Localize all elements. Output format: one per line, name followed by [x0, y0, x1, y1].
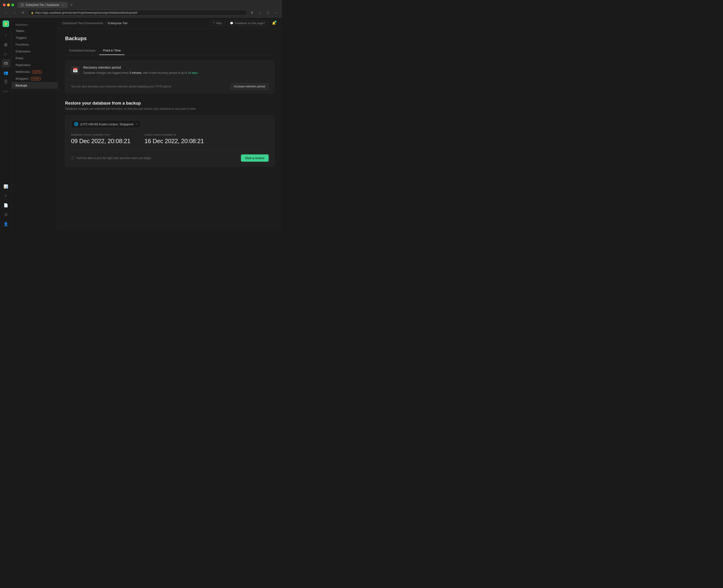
available-from-date: 09 Dec 2022, 20:08:21	[71, 138, 130, 145]
browser-tab[interactable]: Enterprise Tier | Supabase ✕	[17, 2, 68, 8]
sidebar-icon-chart[interactable]: 📊	[2, 182, 10, 191]
sidebar-icon-table[interactable]: ▦	[2, 40, 10, 49]
help-button[interactable]: ? Help	[211, 20, 225, 26]
calendar-icon: 📅	[71, 66, 79, 75]
refresh-button[interactable]: ↺	[20, 9, 26, 16]
recovery-card-title: Recovery retention period	[83, 66, 199, 69]
start-restore-button[interactable]: Start a restore	[241, 154, 269, 162]
recovery-card: 📅 Recovery retention period Database cha…	[65, 61, 274, 93]
sidebar-item-roles-label: Roles	[16, 57, 23, 60]
minimize-window-button[interactable]	[7, 3, 10, 6]
sidebar-icon-file[interactable]: 📄	[2, 201, 10, 209]
sidebar-item-wrappers-label: Wrappers	[16, 77, 29, 80]
sidebar-item-functions-label: Functions	[16, 43, 29, 46]
timezone-selector[interactable]: 🌐 (UTC+08:00) Kuala Lumpur, Singapore ▾	[71, 120, 141, 128]
page-title: Backups	[65, 36, 274, 42]
sidebar-icon-person[interactable]: 👤	[2, 220, 10, 228]
date-range-row: Database restore available from 09 Dec 2…	[71, 133, 269, 145]
recovery-info: Recovery retention period Database chang…	[83, 66, 199, 75]
sidebar-icon-database[interactable]: 🗃	[2, 59, 10, 67]
tab-close-button[interactable]: ✕	[61, 3, 64, 6]
restore-section-desc: Database changes are watched and recorde…	[65, 107, 274, 110]
sidebar-item-tables-label: Tables	[16, 29, 24, 33]
feedback-button[interactable]: 💬 Feedback on this page?	[227, 20, 267, 26]
webhooks-alpha-badge: ALPHA	[32, 70, 42, 74]
info-icon: ⓘ	[71, 156, 74, 160]
sidebar-item-webhooks[interactable]: Webhooks ALPHA	[12, 68, 57, 75]
nav-sidebar: Database Tables Triggers Functions Exten…	[12, 18, 58, 230]
sidebar-icon-list[interactable]: ≡	[2, 191, 10, 200]
sidebar-item-triggers-label: Triggers	[16, 36, 26, 40]
icon-sidebar: ⚡ ⌂ ▦ ▷ 🗃 👥 🗄 </> 📊 ≡ 📄 ⚙ 👤	[0, 18, 12, 230]
timezone-value: (UTC+08:00) Kuala Lumpur, Singapore	[80, 122, 133, 126]
breadcrumb-dashboard[interactable]: Dashboard Test Environments	[62, 21, 103, 25]
sidebar-item-backups-label: Backups	[16, 84, 27, 87]
menu-button[interactable]: ⋯	[273, 9, 279, 16]
back-button[interactable]: ←	[3, 9, 9, 16]
new-tab-button[interactable]: +	[69, 2, 75, 8]
notification-button[interactable]: 🔔	[270, 20, 277, 27]
tab-favicon	[21, 3, 24, 6]
help-icon: ?	[213, 22, 215, 25]
sidebar-icon-settings[interactable]: ⚙	[2, 210, 10, 219]
notification-dot	[274, 21, 276, 23]
available-at-block: Latest restore available at 16 Dec 2022,…	[145, 133, 204, 145]
globe-icon: 🌐	[74, 122, 79, 126]
sidebar-item-backups[interactable]: Backups	[12, 82, 57, 89]
restore-hint-text: You'll be able to pick the right date an…	[76, 156, 151, 160]
extensions-button[interactable]: ⬡	[265, 9, 271, 16]
forward-button[interactable]: →	[11, 9, 18, 16]
top-header: Dashboard Test Environments / Enterprise…	[58, 18, 282, 29]
restore-footer: ⓘ You'll be able to pick the right date …	[71, 150, 269, 162]
sidebar-item-extensions[interactable]: Extensions	[12, 48, 57, 55]
sidebar-item-tables[interactable]: Tables	[12, 27, 57, 34]
feedback-icon: 💬	[230, 22, 233, 25]
address-bar[interactable]: 🔒 https://app.supabase.green/project/rrg…	[28, 10, 247, 16]
sidebar-icon-home[interactable]: ⌂	[2, 31, 10, 39]
sidebar-item-triggers[interactable]: Triggers	[12, 34, 57, 41]
url-text: https://app.supabase.green/project/rrgwr…	[35, 11, 138, 14]
sidebar-icon-storage[interactable]: 🗄	[2, 78, 10, 86]
sidebar-item-functions[interactable]: Functions	[12, 41, 57, 48]
tab-point-in-time[interactable]: Point in Time	[99, 46, 124, 55]
sidebar-item-extensions-label: Extensions	[16, 49, 30, 53]
share-button[interactable]: ⬆	[249, 9, 255, 16]
page-content: Backups Scheduled backups Point in Time …	[58, 29, 282, 230]
breadcrumb: Dashboard Test Environments / Enterprise…	[62, 21, 128, 25]
available-at-date: 16 Dec 2022, 20:08:21	[145, 138, 204, 145]
sidebar-icon-code[interactable]: </>	[2, 87, 10, 96]
sidebar-item-replication-label: Replication	[16, 63, 30, 67]
tab-scheduled-backups[interactable]: Scheduled backups	[65, 46, 99, 55]
header-actions: ? Help 💬 Feedback on this page? 🔔	[211, 20, 277, 27]
restore-card: 🌐 (UTC+08:00) Kuala Lumpur, Singapore ▾ …	[65, 115, 274, 167]
sidebar-item-roles[interactable]: Roles	[12, 55, 57, 62]
feedback-label: Feedback on this page?	[235, 22, 265, 25]
tabs: Scheduled backups Point in Time	[65, 46, 274, 55]
sidebar-icon-terminal[interactable]: ▷	[2, 49, 10, 58]
sidebar-item-wrappers[interactable]: Wrappers ALPHA	[12, 75, 57, 82]
close-window-button[interactable]	[3, 3, 6, 6]
lock-icon: 🔒	[31, 12, 34, 14]
available-from-block: Database restore available from 09 Dec 2…	[71, 133, 130, 145]
available-at-label: Latest restore available at	[145, 133, 204, 136]
recovery-interval: 2 minutes	[129, 71, 142, 75]
increase-retention-button[interactable]: Increase retention period	[230, 83, 269, 90]
recovery-header: 📅 Recovery retention period Database cha…	[65, 61, 274, 80]
restore-hint: ⓘ You'll be able to pick the right date …	[71, 156, 151, 160]
maximize-window-button[interactable]	[11, 3, 14, 6]
recovery-description: Database changes are logged every 2 minu…	[83, 71, 199, 75]
sidebar-icon-users[interactable]: 👥	[2, 68, 10, 77]
tab-title: Enterprise Tier | Supabase	[26, 3, 59, 6]
restore-section-title: Restore your database from a backup	[65, 101, 274, 106]
recovery-period-link[interactable]: 14 days	[188, 71, 198, 75]
wrappers-alpha-badge: ALPHA	[31, 77, 41, 80]
main-content: Dashboard Test Environments / Enterprise…	[58, 18, 282, 230]
bookmark-button[interactable]: ☆	[257, 9, 263, 16]
traffic-lights	[3, 3, 14, 6]
breadcrumb-separator: /	[105, 21, 106, 25]
breadcrumb-current: Enterprise Tier	[108, 21, 128, 25]
chevron-down-icon: ▾	[136, 123, 138, 126]
nav-section-label: Database	[12, 21, 57, 27]
app-logo[interactable]: ⚡	[3, 20, 9, 27]
sidebar-item-replication[interactable]: Replication	[12, 62, 57, 68]
